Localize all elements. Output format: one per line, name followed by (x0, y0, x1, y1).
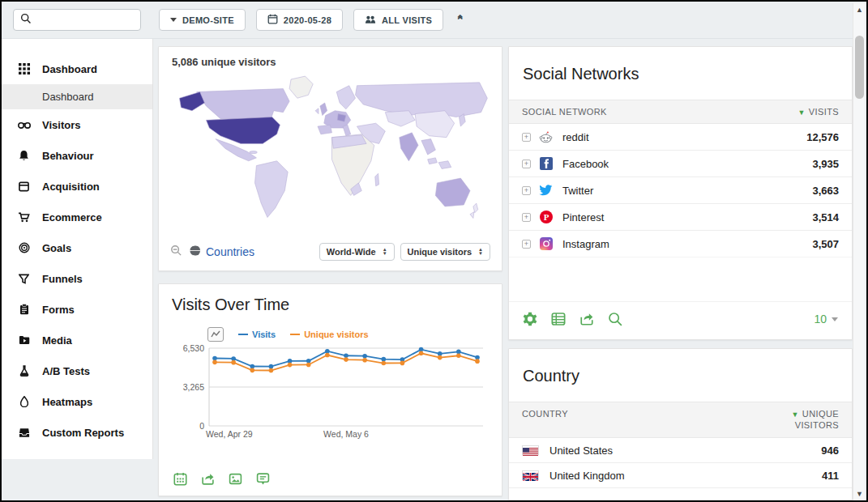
site-selector-button[interactable]: DEMO-SITE (159, 9, 246, 31)
date-selector-button[interactable]: 2020-05-28 (256, 9, 343, 31)
table-row[interactable]: + Twitter 3,663 (509, 177, 852, 204)
zoom-out-icon[interactable] (170, 245, 182, 260)
top-bar: DEMO-SITE 2020-05-28 ALL VISITS ⌃⌃ (2, 2, 855, 39)
sidebar-item-ecommerce[interactable]: Ecommerce (2, 202, 152, 232)
column-country[interactable]: COUNTRY (522, 409, 568, 419)
sidebar-item-funnels[interactable]: Funnels (2, 263, 152, 294)
unique-visitors-headline: 5,086 unique visitors (159, 47, 502, 70)
map-footer: Countries World-Wide ▲▼ Unique visitors … (159, 240, 502, 270)
table-row[interactable]: + Instagram 3,507 (509, 231, 852, 257)
table-row[interactable]: United Kingdom 411 (509, 463, 852, 488)
export-icon[interactable] (579, 312, 594, 326)
sidebar-item-visitors[interactable]: Visitors (2, 109, 152, 140)
country-widget: Country COUNTRY ▼UNIQUE VISITORS Unit (508, 348, 853, 500)
scrollbar-thumb[interactable] (855, 36, 864, 99)
expand-row-icon[interactable]: + (522, 240, 531, 249)
uk-flag-icon (522, 470, 539, 480)
expand-row-icon[interactable]: + (522, 133, 531, 142)
chevrons-up-icon[interactable]: ⌃⌃ (455, 15, 464, 24)
sidebar-item-label: Forms (42, 304, 75, 316)
site-selector-label: DEMO-SITE (182, 15, 234, 25)
table-row[interactable]: + reddit 12,576 (509, 124, 852, 151)
visits-value: 3,663 (812, 185, 839, 197)
table-view-icon[interactable] (551, 312, 566, 326)
instagram-icon (539, 237, 553, 251)
dashboard-grid-icon (17, 63, 31, 74)
unique-visitors-value: 411 (822, 470, 839, 482)
clipboard-icon (17, 304, 31, 315)
column-visits[interactable]: ▼VISITS (797, 107, 839, 117)
sidebar-item-label: Funnels (42, 273, 83, 285)
funnel-icon (17, 274, 31, 284)
scroll-up-icon[interactable]: ▲ (853, 6, 866, 14)
visits-value: 3,935 (812, 158, 839, 170)
sidebar-item-goals[interactable]: Goals (2, 232, 152, 263)
visitor-map-widget: 5,086 unique visitors (158, 46, 502, 271)
sidebar-subitem-dashboard[interactable]: Dashboard (2, 84, 152, 109)
flask-icon (17, 365, 31, 376)
social-network-name: Pinterest (562, 211, 604, 223)
vertical-scrollbar[interactable]: ▲ ▼ (853, 3, 865, 500)
expand-row-icon[interactable]: + (522, 186, 531, 195)
calendar-icon (267, 14, 278, 26)
metric-select[interactable]: Unique visitors ▲▼ (400, 243, 490, 261)
table-row[interactable]: + P Pinterest 3,514 (509, 204, 852, 231)
visits-value: 3,507 (812, 238, 839, 250)
sidebar-item-label: Dashboard (42, 63, 97, 75)
us-flag-icon (522, 445, 539, 455)
svg-text:3,265: 3,265 (183, 382, 204, 392)
sidebar-item-label: Goals (42, 242, 71, 254)
select-arrows-icon: ▲▼ (478, 248, 483, 256)
pinterest-icon: P (539, 211, 553, 224)
sidebar-item-behaviour[interactable]: Behaviour (2, 140, 152, 171)
export-icon[interactable] (201, 472, 215, 486)
facebook-icon (539, 157, 553, 171)
widget-title: Country (523, 367, 838, 385)
scroll-down-icon[interactable]: ▼ (853, 490, 866, 498)
app-window: DEMO-SITE 2020-05-28 ALL VISITS ⌃⌃ Dashb… (0, 0, 868, 502)
sidebar: Dashboard Dashboard Visitors Behaviour A… (2, 39, 153, 459)
unique-visitors-value: 946 (821, 445, 839, 457)
expand-row-icon[interactable]: + (522, 160, 531, 168)
sidebar-item-custom-reports[interactable]: Custom Reports (2, 417, 152, 448)
countries-link[interactable]: Countries (206, 245, 254, 258)
table-row[interactable]: + Facebook 3,935 (509, 151, 852, 177)
sidebar-item-media[interactable]: Media (2, 325, 152, 355)
column-unique-visitors[interactable]: ▼UNIQUE VISITORS (792, 409, 840, 431)
segment-label: ALL VISITS (382, 15, 432, 25)
chart-footer-toolbar (172, 467, 489, 487)
visits-line-chart[interactable]: 6,5303,2650Wed, Apr 29Wed, May 6 (172, 342, 489, 452)
search-input[interactable] (37, 15, 134, 26)
export-image-icon[interactable] (207, 327, 224, 342)
twitter-icon (539, 184, 553, 198)
page-size-select[interactable]: 10 (814, 313, 838, 325)
sidebar-item-ab-tests[interactable]: A/B Tests (2, 355, 152, 386)
bell-icon (17, 150, 31, 161)
annotations-icon[interactable] (256, 472, 270, 486)
legend-item-unique-visitors[interactable]: Unique visitors (290, 330, 368, 339)
binoculars-icon (17, 120, 31, 130)
svg-text:Wed, Apr 29: Wed, Apr 29 (206, 429, 253, 439)
calendar-icon[interactable] (173, 472, 187, 486)
dashboard-content: 5,086 unique visitors (154, 39, 855, 502)
sidebar-item-label: Visitors (42, 119, 80, 131)
sidebar-item-heatmaps[interactable]: Heatmaps (2, 386, 152, 417)
world-map[interactable] (159, 70, 502, 240)
chevron-down-icon (832, 317, 838, 321)
image-icon[interactable] (229, 472, 242, 486)
region-select[interactable]: World-Wide ▲▼ (319, 243, 395, 261)
table-row[interactable]: United States 946 (509, 438, 852, 463)
segment-selector-button[interactable]: ALL VISITS (353, 9, 443, 31)
sidebar-item-dashboard[interactable]: Dashboard (2, 53, 152, 84)
sort-desc-icon: ▼ (797, 108, 805, 117)
search-box[interactable] (13, 9, 141, 31)
social-network-name: Instagram (562, 238, 609, 250)
search-icon[interactable] (608, 312, 622, 326)
sidebar-item-acquisition[interactable]: Acquisition (2, 171, 152, 202)
legend-item-visits[interactable]: Visits (238, 330, 276, 339)
expand-row-icon[interactable]: + (522, 213, 531, 222)
sidebar-item-forms[interactable]: Forms (2, 294, 152, 325)
social-networks-widget: Social Networks SOCIAL NETWORK ▼VISITS +… (508, 46, 853, 340)
settings-gear-icon[interactable] (523, 312, 537, 326)
column-social-network[interactable]: SOCIAL NETWORK (522, 107, 607, 117)
